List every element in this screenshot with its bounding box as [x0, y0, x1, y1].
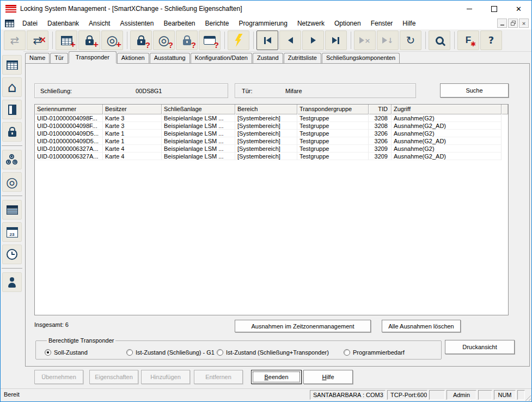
column-header-Schließanlage[interactable]: Schließanlage [162, 105, 235, 114]
delete-all-exceptions-button[interactable]: Alle Ausnahmen löschen [382, 320, 461, 332]
toolbar-help-button[interactable]: ? [480, 31, 502, 50]
radio-option-4[interactable]: Programmierbedarf [344, 349, 405, 356]
toolbar-separator [425, 32, 426, 49]
status-cell-empty [429, 390, 445, 400]
table-row[interactable]: UID-01000000409D5...Karte 1Beispielanlag… [35, 130, 508, 137]
toolbar-next-record-button[interactable] [302, 31, 324, 50]
table-cell: 3208 [369, 122, 392, 130]
menu-item-optionen[interactable]: Optionen [329, 18, 366, 29]
tab-transponder[interactable]: Transponder [69, 51, 117, 63]
hilfe-button[interactable]: Hilfe [303, 370, 353, 384]
tab-zustand[interactable]: Zustand [253, 53, 283, 63]
window-title: Locking System Management - [SmartXChang… [20, 5, 242, 13]
toolbar-first-record-button[interactable] [256, 31, 278, 50]
sidebar-calendar-button[interactable]: 23 [2, 222, 22, 242]
column-header-Bereich[interactable]: Bereich [235, 105, 297, 114]
timezone-exceptions-button[interactable]: Ausnahmen im Zeitzonenmanagement [235, 320, 371, 332]
close-button[interactable]: ✕ [506, 1, 531, 17]
sidebar-lock-button[interactable] [2, 122, 22, 142]
search-button[interactable]: Suche [440, 83, 509, 98]
table-cell: Beispielanlage LSM ... [162, 153, 235, 160]
menu-item-berichte[interactable]: Berichte [200, 18, 234, 29]
table-cell: [Systembereich] [235, 153, 297, 160]
print-view-button[interactable]: Druckansicht [445, 340, 515, 354]
menu-item-datenbank[interactable]: Datenbank [42, 18, 84, 29]
menu-item-programmierung[interactable]: Programmierung [234, 18, 292, 29]
radio-unselected-icon[interactable] [344, 349, 350, 356]
tab-ausstattung[interactable]: Ausstattung [150, 53, 190, 63]
menu-item-bearbeiten[interactable]: Bearbeiten [158, 18, 200, 29]
radio-option-1[interactable]: Soll-Zustand [45, 349, 88, 356]
menu-item-netzwerk[interactable]: Netzwerk [292, 18, 329, 29]
tab-name[interactable]: Name [25, 53, 50, 63]
radio-unselected-icon[interactable] [217, 349, 223, 356]
mdi-system-menu-icon[interactable] [5, 20, 14, 27]
minimize-button[interactable] [457, 1, 481, 17]
toolbar-search-button[interactable] [429, 31, 450, 50]
toolbar: ⇄⇄×++◎+?◎???×↓↻F✱? [1, 29, 531, 52]
radio-unselected-icon[interactable] [126, 349, 133, 356]
column-header-filler[interactable] [502, 105, 508, 114]
table-cell: Karte 3 [103, 122, 162, 130]
table-cell: [Systembereich] [235, 137, 297, 145]
sidebar-separator [2, 145, 22, 146]
table-row[interactable]: UID-010000004098F...Karte 3Beispielanlag… [35, 114, 508, 122]
toolbar-prev-record-button[interactable] [279, 31, 301, 50]
radio-option-2[interactable]: Ist-Zustand (Schließung) - G1 [126, 349, 215, 356]
tab-zutrittsliste[interactable]: Zutrittsliste [284, 53, 321, 63]
menu-item-hilfe[interactable]: Hilfe [398, 18, 420, 29]
toolbar-read-transponder-button[interactable]: ◎? [153, 31, 175, 50]
table-cell: Beispielanlage LSM ... [162, 145, 235, 153]
menu-item-ansicht[interactable]: Ansicht [84, 18, 115, 29]
toolbar-new-transponder-button[interactable]: ◎+ [101, 31, 123, 50]
toolbar-new-locking-system-button[interactable]: + [56, 31, 77, 50]
toolbar-disconnect-button[interactable]: ⇄× [27, 31, 48, 50]
read-card-icon: ? [199, 31, 220, 50]
sidebar-transponder-group-button[interactable] [2, 150, 22, 169]
sidebar-user-button[interactable] [2, 272, 22, 292]
toolbar-refresh-button[interactable]: ↻ [400, 31, 421, 50]
beenden-button[interactable]: Beenden [251, 370, 302, 384]
column-header-Zugriff[interactable]: Zugriff [392, 105, 502, 114]
table-row[interactable]: UID-01000000409D5...Karte 1Beispielanlag… [35, 137, 508, 145]
maximize-button[interactable] [482, 1, 506, 17]
menu-item-assistenten[interactable]: Assistenten [115, 18, 158, 29]
column-header-Seriennummer[interactable]: Seriennummer [35, 105, 103, 114]
column-header-TID[interactable]: TID [369, 105, 392, 114]
toolbar-last-record-button[interactable] [325, 31, 347, 50]
menu-item-datei[interactable]: Datei [17, 18, 42, 29]
table-cell: Testgruppe [297, 130, 369, 137]
column-header-Besitzer[interactable]: Besitzer [103, 105, 162, 114]
sidebar-clock-button[interactable] [2, 245, 22, 264]
table-row[interactable]: UID-010000006327A...Karte 4Beispielanlag… [35, 145, 508, 153]
toolbar-read-lock-2-button[interactable]: ? [176, 31, 198, 50]
mdi-minimize-button[interactable] [497, 19, 507, 28]
sidebar-transponder-button[interactable]: ◎ [2, 172, 22, 192]
bernehmen-button: Übernehmen [34, 370, 83, 384]
toolbar-new-lock-button[interactable]: + [78, 31, 100, 50]
sidebar-home-button[interactable]: ⌂ [2, 77, 22, 97]
tab-aktionen[interactable]: Aktionen [117, 53, 149, 63]
column-header-Transpondergruppe[interactable]: Transpondergruppe [297, 105, 369, 114]
toolbar-program-flash-button[interactable] [228, 31, 249, 50]
sidebar-door-button[interactable] [2, 100, 22, 119]
table-row[interactable]: UID-010000004098F...Karte 3Beispielanlag… [35, 122, 508, 130]
toolbar-filter-settings-button[interactable]: F✱ [457, 31, 479, 50]
tab-tr[interactable]: Tür [50, 53, 68, 63]
tab-schlieungskomponenten[interactable]: Schließungskomponenten [322, 53, 400, 63]
menu-item-fenster[interactable]: Fenster [366, 18, 398, 29]
table-cell: Karte 3 [103, 114, 162, 122]
radio-label: Ist-Zustand (Schließung) - G1 [136, 349, 215, 356]
door-field: Tür: Mifare [235, 83, 416, 98]
toolbar-read-card-button[interactable]: ? [199, 31, 221, 50]
radio-option-3[interactable]: Ist-Zustand (Schließung+Transponder) [217, 349, 329, 356]
sidebar-matrix-dark-button[interactable] [2, 200, 22, 220]
sidebar-matrix-button[interactable] [2, 55, 22, 75]
tab-konfigurationdaten[interactable]: Konfiguration/Daten [191, 53, 252, 63]
mdi-restore-button[interactable] [508, 19, 518, 28]
toolbar-read-lock-button[interactable]: ? [130, 31, 152, 50]
mdi-close-button[interactable]: × [519, 19, 529, 28]
radio-selected-icon[interactable] [45, 349, 51, 356]
transponder-icon: ◎ [6, 175, 18, 189]
table-row[interactable]: UID-010000006327A...Karte 4Beispielanlag… [35, 153, 508, 160]
